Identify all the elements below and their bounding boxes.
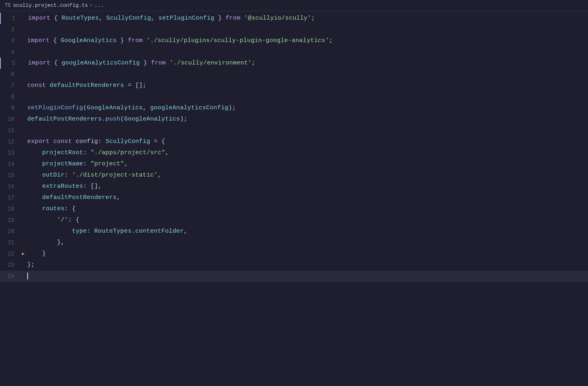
code-line: 10defaultPostRenderers.push(GoogleAnalyt… <box>0 114 588 125</box>
line-indicator <box>21 170 26 181</box>
line-content: type: RouteTypes.contentFolder, <box>26 226 588 237</box>
breadcrumb-dots: ... <box>94 2 103 8</box>
line-number: 22 <box>0 248 21 259</box>
line-indicator <box>21 35 26 46</box>
code-line: 19 '/': { <box>0 215 588 226</box>
code-line: 21 }, <box>0 237 588 248</box>
code-line: 11 <box>0 125 588 136</box>
line-indicator <box>21 159 26 170</box>
line-number: 10 <box>0 114 21 125</box>
line-indicator: ▶ <box>21 248 26 259</box>
line-number: 12 <box>0 136 21 147</box>
line-indicator <box>21 136 26 147</box>
line-indicator <box>21 80 26 91</box>
line-number: 1 <box>1 13 22 24</box>
line-indicator <box>22 58 26 69</box>
code-line: 6 <box>0 69 588 80</box>
line-content <box>26 46 588 58</box>
code-line: 8 <box>0 91 588 103</box>
line-content <box>26 91 588 103</box>
line-content: import { GoogleAnalytics } from './scull… <box>26 35 588 46</box>
line-number: 5 <box>1 58 22 69</box>
code-line: 20 type: RouteTypes.contentFolder, <box>0 226 588 237</box>
line-indicator <box>21 226 26 237</box>
line-number: 7 <box>0 80 21 91</box>
line-number: 17 <box>0 192 21 203</box>
line-content <box>26 69 588 80</box>
line-content: projectName: "project", <box>26 159 588 170</box>
line-indicator <box>21 103 26 114</box>
line-indicator <box>22 13 26 24</box>
line-content: projectRoot: "./apps/project/src", <box>26 147 588 159</box>
code-line: 23}; <box>0 259 588 271</box>
line-number: 21 <box>0 237 21 248</box>
line-content <box>26 271 588 282</box>
code-line: 2 <box>0 24 588 35</box>
code-line: 14 projectName: "project", <box>0 159 588 170</box>
code-line: 22▶ } <box>0 248 588 259</box>
code-line: 3import { GoogleAnalytics } from './scul… <box>0 35 588 46</box>
code-line: 16 extraRoutes: [], <box>0 181 588 192</box>
line-number: 23 <box>0 259 21 271</box>
line-content: export const config: ScullyConfig = { <box>26 136 588 147</box>
code-line: 7const defaultPostRenderers = []; <box>0 80 588 91</box>
code-line: 5import { googleAnalyticsConfig } from '… <box>0 58 588 69</box>
line-content: routes: { <box>26 203 588 215</box>
line-content: } <box>26 248 588 259</box>
line-number: 24 <box>0 271 21 282</box>
line-content: const defaultPostRenderers = []; <box>26 80 588 91</box>
line-indicator <box>21 271 26 282</box>
line-content: import { googleAnalyticsConfig } from '.… <box>26 58 588 69</box>
line-number: 8 <box>0 91 21 103</box>
breadcrumb-filename[interactable]: scully.project.config.ts <box>13 2 88 8</box>
line-content: outDir: './dist/project-static', <box>26 170 588 181</box>
code-line: 18 routes: { <box>0 203 588 215</box>
line-indicator <box>21 125 26 136</box>
line-number: 16 <box>0 181 21 192</box>
code-line: 4 <box>0 46 588 58</box>
line-content: defaultPostRenderers.push(GoogleAnalytic… <box>26 114 588 125</box>
line-number: 19 <box>0 215 21 226</box>
line-content: defaultPostRenderers, <box>26 192 588 203</box>
line-indicator <box>21 46 26 58</box>
code-line: 9setPluginConfig(GoogleAnalytics, google… <box>0 103 588 114</box>
line-indicator <box>21 147 26 159</box>
line-indicator <box>21 24 26 35</box>
line-number: 14 <box>0 159 21 170</box>
line-content: import { RouteTypes, ScullyConfig, setPl… <box>26 13 588 24</box>
line-content: setPluginConfig(GoogleAnalytics, googleA… <box>26 103 588 114</box>
line-indicator <box>21 259 26 271</box>
line-content: '/': { <box>26 215 588 226</box>
line-content <box>26 24 588 35</box>
line-content <box>26 125 588 136</box>
line-number: 9 <box>0 103 21 114</box>
line-number: 13 <box>0 147 21 159</box>
line-number: 2 <box>0 24 21 35</box>
line-indicator <box>21 237 26 248</box>
breadcrumb-bar: TS scully.project.config.ts > ... <box>0 0 588 11</box>
line-number: 11 <box>0 125 21 136</box>
line-number: 15 <box>0 170 21 181</box>
line-number: 20 <box>0 226 21 237</box>
code-line: 13 projectRoot: "./apps/project/src", <box>0 147 588 159</box>
line-indicator <box>21 91 26 103</box>
line-number: 6 <box>0 69 21 80</box>
code-line: 17 defaultPostRenderers, <box>0 192 588 203</box>
line-content: }, <box>26 237 588 248</box>
code-line: 24 <box>0 271 588 282</box>
line-indicator <box>21 203 26 215</box>
code-editor: 1import { RouteTypes, ScullyConfig, setP… <box>0 11 588 282</box>
code-line: 1import { RouteTypes, ScullyConfig, setP… <box>0 13 588 24</box>
text-cursor <box>27 273 28 279</box>
line-number: 4 <box>0 46 21 58</box>
line-number: 18 <box>0 203 21 215</box>
line-content: }; <box>26 259 588 271</box>
code-line: 15 outDir: './dist/project-static', <box>0 170 588 181</box>
line-indicator <box>21 192 26 203</box>
file-type-icon: TS <box>5 3 10 8</box>
code-line: 12export const config: ScullyConfig = { <box>0 136 588 147</box>
line-indicator <box>21 114 26 125</box>
line-content: extraRoutes: [], <box>26 181 588 192</box>
line-indicator <box>21 215 26 226</box>
breadcrumb-separator: > <box>90 2 93 8</box>
